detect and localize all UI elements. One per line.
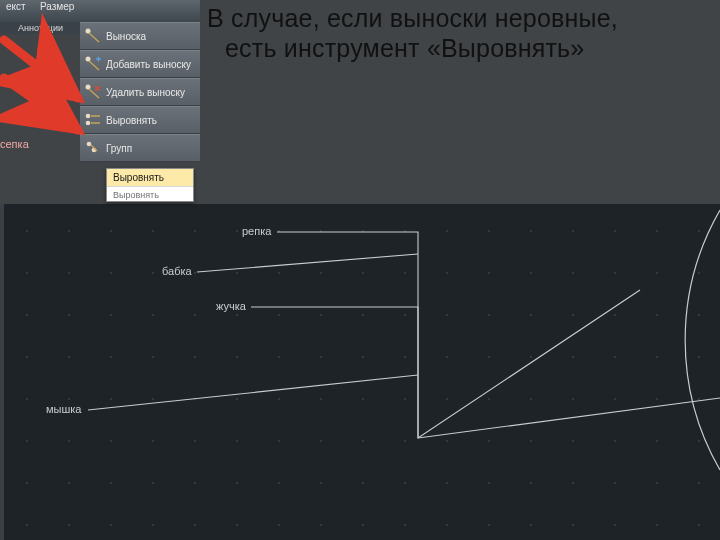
svg-point-1 — [86, 57, 91, 62]
canvas-left-edge — [0, 204, 4, 540]
svg-point-0 — [86, 29, 91, 34]
group-icon — [84, 139, 102, 157]
menu-item-label: Удалить выноску — [106, 87, 185, 98]
svg-point-4 — [86, 121, 91, 126]
slide-caption-line1: В случае, если выноски неровные, — [207, 3, 717, 33]
leader-menu: Выноска Добавить выноску Удалить выноску… — [80, 22, 200, 162]
ribbon-panel: екст Размер Аннотации Выноска Добавить в… — [0, 0, 200, 204]
menu-item-remove-leader[interactable]: Удалить выноску — [80, 78, 200, 106]
ribbon-size-button[interactable]: Размер — [40, 1, 74, 12]
ribbon-text-button[interactable]: екст — [6, 1, 26, 12]
svg-point-3 — [86, 114, 91, 119]
leader-icon — [84, 27, 102, 45]
menu-item-group[interactable]: Групп — [80, 134, 200, 162]
menu-item-label: Выровнять — [106, 115, 157, 126]
callout-label-myshka[interactable]: мышка — [46, 403, 81, 415]
callout-label-zhuchka[interactable]: жучка — [216, 300, 246, 312]
menu-item-label: Добавить выноску — [106, 59, 191, 70]
ghost-label: сепка — [0, 138, 29, 150]
ribbon-top: екст Размер — [0, 0, 200, 22]
align-icon — [84, 111, 102, 129]
svg-point-2 — [86, 85, 91, 90]
menu-item-label: Выноска — [106, 31, 146, 42]
menu-item-add-leader[interactable]: Добавить выноску — [80, 50, 200, 78]
svg-point-5 — [87, 142, 92, 147]
align-submenu: Выровнять Выровнять — [106, 168, 194, 202]
submenu-align2[interactable]: Выровнять — [107, 186, 193, 201]
menu-item-align[interactable]: Выровнять — [80, 106, 200, 134]
menu-item-leader[interactable]: Выноска — [80, 22, 200, 50]
submenu-align[interactable]: Выровнять — [107, 169, 193, 186]
callout-label-repka[interactable]: репка — [242, 225, 271, 237]
drawing-canvas[interactable] — [0, 204, 720, 540]
remove-leader-icon — [84, 83, 102, 101]
add-leader-icon — [84, 55, 102, 73]
menu-item-label: Групп — [106, 143, 132, 154]
callout-label-babka[interactable]: бабка — [162, 265, 192, 277]
slide-caption-line2: есть инструмент «Выровнять» — [225, 33, 717, 63]
slide-caption: В случае, если выноски неровные, есть ин… — [207, 3, 717, 63]
